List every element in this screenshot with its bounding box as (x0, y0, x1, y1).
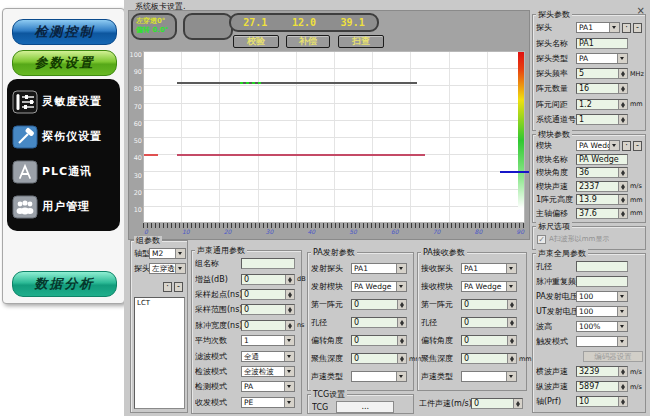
spinner-field[interactable]: 36 (576, 167, 628, 178)
chevron-down-icon[interactable] (617, 54, 627, 63)
sidebar-item-flaw-detector[interactable]: 探伤仪设置 (7, 119, 120, 154)
spinner-arrows[interactable] (507, 354, 516, 363)
spinner-field[interactable]: 5 (576, 68, 628, 79)
spinner-arrows[interactable] (285, 321, 294, 330)
chevron-down-icon[interactable] (609, 23, 619, 32)
data-analysis-button[interactable]: 数据分析 (12, 271, 117, 297)
dropdown[interactable]: 全通 (241, 351, 295, 362)
spinner-arrows[interactable] (397, 354, 406, 363)
spinner-field[interactable]: 0 (241, 320, 295, 331)
dropdown[interactable]: PA1 (351, 263, 407, 274)
spinner-field[interactable]: 16 (576, 83, 628, 94)
text-input[interactable]: PA Wedge (576, 154, 628, 165)
chevron-down-icon[interactable] (284, 336, 294, 345)
chevron-down-icon[interactable] (506, 264, 516, 273)
remove-button[interactable]: - (633, 141, 642, 151)
chevron-down-icon[interactable] (396, 264, 406, 273)
chevron-down-icon[interactable] (284, 367, 294, 376)
spinner-field[interactable]: 0 (241, 289, 295, 300)
spinner-field[interactable]: 1.2 (576, 99, 628, 110)
calibrate-button[interactable]: 校验 (233, 35, 279, 48)
spinner-field[interactable]: 5897 (576, 381, 628, 392)
remove-button[interactable]: - (633, 23, 642, 33)
chevron-down-icon[interactable] (506, 282, 516, 291)
spinner-arrows[interactable] (507, 318, 516, 327)
cursor-line[interactable] (500, 171, 529, 173)
spinner-field[interactable]: 0 (351, 335, 407, 346)
spinner-arrows[interactable] (513, 399, 522, 408)
spinner-field[interactable]: 2337 (576, 181, 628, 192)
chevron-down-icon[interactable] (609, 141, 619, 150)
spinner-arrows[interactable] (618, 209, 627, 218)
spinner-field[interactable]: 3239 (576, 366, 628, 377)
spinner-field[interactable]: 1 (576, 114, 628, 125)
remove-group-button[interactable]: - (174, 282, 183, 292)
dropdown[interactable] (576, 336, 628, 347)
dropdown[interactable]: 100 (576, 291, 628, 302)
dropdown[interactable]: 100% (576, 321, 628, 332)
dropdown[interactable]: PA1 (461, 263, 517, 274)
sidebar-item-user-management[interactable]: 用户管理 (7, 189, 120, 224)
spinner-field[interactable]: 0 (351, 299, 407, 310)
spinner-field[interactable]: 0 (461, 317, 517, 328)
dropdown[interactable]: PA (576, 53, 628, 64)
spinner-arrows[interactable] (397, 336, 406, 345)
chevron-down-icon[interactable] (617, 307, 627, 316)
sidebar-item-plc[interactable]: PLC通讯 (7, 154, 120, 189)
chevron-down-icon[interactable] (506, 372, 516, 381)
ruler-checkbox[interactable]: ✓ (537, 235, 546, 244)
text-input[interactable] (576, 276, 628, 287)
parameter-settings-button[interactable]: 参数设置 (12, 50, 117, 76)
spinner-field[interactable]: 0 (461, 353, 517, 364)
chevron-down-icon[interactable] (617, 292, 627, 301)
scan-button[interactable]: 扫查 (338, 35, 384, 48)
spinner-arrows[interactable] (618, 84, 627, 93)
spinner-arrows[interactable] (618, 397, 627, 406)
chevron-down-icon[interactable] (617, 337, 627, 346)
spinner-field[interactable]: 0 (351, 353, 407, 364)
spinner-arrows[interactable] (618, 367, 627, 376)
text-input[interactable]: PA1 (576, 38, 628, 49)
spinner-arrows[interactable] (618, 115, 627, 124)
group-list[interactable]: LCT (134, 297, 185, 409)
sidebar-item-sensitivity[interactable]: 灵敏度设置 (7, 84, 120, 119)
spinner-arrows[interactable] (618, 182, 627, 191)
spinner-arrows[interactable] (618, 195, 627, 204)
spinner-arrows[interactable] (285, 305, 294, 314)
dropdown[interactable]: PA Wedge (576, 140, 620, 151)
chevron-down-icon[interactable] (175, 264, 185, 273)
spinner-arrows[interactable] (618, 100, 627, 109)
spinner-arrows[interactable] (285, 290, 294, 299)
chevron-down-icon[interactable] (617, 322, 627, 331)
spinner-field[interactable]: 0 (241, 304, 295, 315)
spinner-field[interactable]: 0 (461, 299, 517, 310)
list-item[interactable]: LCT (135, 298, 184, 308)
spinner-field[interactable]: 0 (241, 274, 295, 285)
add-button[interactable]: · (622, 141, 631, 151)
dropdown[interactable]: PA1 (576, 22, 620, 33)
spinner-arrows[interactable] (397, 318, 406, 327)
gate-b-line[interactable] (177, 82, 417, 84)
dropdown[interactable]: PA (241, 381, 295, 392)
spinner-arrows[interactable] (618, 69, 627, 78)
spinner-arrows[interactable] (285, 275, 294, 284)
chevron-down-icon[interactable] (396, 372, 406, 381)
compensate-button[interactable]: 补偿 (286, 35, 330, 48)
dropdown[interactable]: PE (241, 397, 295, 408)
chevron-down-icon[interactable] (284, 352, 294, 361)
dropdown[interactable] (351, 371, 407, 382)
tcg-settings-button[interactable]: ... (336, 401, 394, 413)
empty-pill[interactable] (183, 13, 233, 40)
add-group-button[interactable]: · (163, 282, 172, 292)
ascan-plot[interactable] (143, 51, 525, 223)
dropdown[interactable]: 100 (576, 306, 628, 317)
chevron-down-icon[interactable] (175, 249, 185, 258)
spinner-field[interactable]: 0 (351, 317, 407, 328)
spinner-arrows[interactable] (618, 168, 627, 177)
dropdown[interactable]: 1 (241, 335, 295, 346)
spinner-arrows[interactable] (507, 336, 516, 345)
text-input[interactable] (576, 261, 628, 272)
dropdown[interactable]: PA Wedge (461, 281, 517, 292)
chevron-down-icon[interactable] (284, 382, 294, 391)
dropdown[interactable]: 左穿透0° (149, 263, 186, 274)
